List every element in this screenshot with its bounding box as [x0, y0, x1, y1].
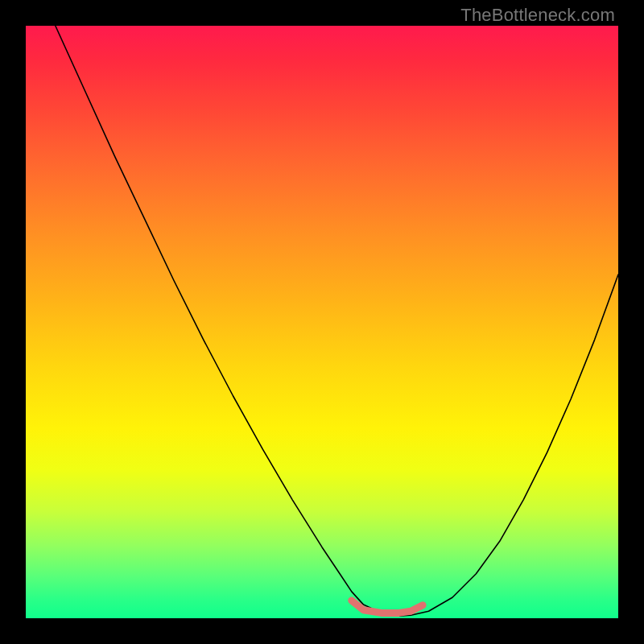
plot-area: [26, 26, 618, 618]
highlight-segment: [352, 601, 423, 613]
bottleneck-curve: [56, 26, 618, 616]
chart-frame: TheBottleneck.com: [0, 0, 644, 644]
chart-svg: [26, 26, 618, 618]
watermark-text: TheBottleneck.com: [460, 5, 615, 26]
